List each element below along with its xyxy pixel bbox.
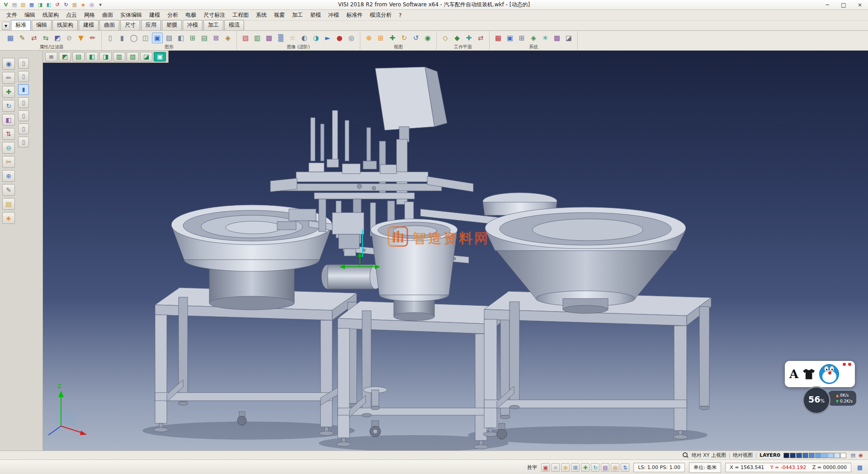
- open-file-icon[interactable]: ▧: [19, 1, 27, 9]
- tshirt-icon[interactable]: [803, 369, 815, 379]
- wcs-toggle-icon[interactable]: ✚: [581, 463, 590, 472]
- match-attributes-icon[interactable]: ⇆: [40, 33, 51, 43]
- menu-item[interactable]: 标准件: [343, 10, 366, 20]
- tab[interactable]: 尺寸: [120, 20, 140, 30]
- snap-mode-label[interactable]: 拴宇: [527, 464, 537, 471]
- copy-attributes-icon[interactable]: ⇄: [28, 33, 39, 43]
- mask-points-icon[interactable]: ▯: [18, 137, 29, 147]
- color-swatch[interactable]: [815, 453, 821, 458]
- filter-add-icon[interactable]: ◩: [52, 33, 63, 43]
- tab[interactable]: 应用: [141, 20, 161, 30]
- menu-item[interactable]: 冲模: [325, 10, 343, 20]
- mask-wires-icon[interactable]: ▯: [18, 97, 29, 108]
- color-swatch[interactable]: [809, 453, 815, 458]
- view-front-icon[interactable]: ◧: [86, 52, 98, 62]
- attribute-table-icon[interactable]: ▦: [5, 33, 16, 43]
- progress-badge[interactable]: 56%: [802, 386, 830, 414]
- color-swatch[interactable]: [834, 453, 840, 458]
- layers-tool-icon[interactable]: ▤: [2, 198, 15, 210]
- color-wheel-icon[interactable]: ◉: [857, 452, 864, 459]
- layer-manager-icon[interactable]: ▤: [601, 463, 609, 472]
- color-swatch[interactable]: [802, 453, 808, 458]
- tab[interactable]: 加工: [203, 20, 223, 30]
- wireframe-icon[interactable]: ◯: [128, 33, 139, 43]
- lighting-icon[interactable]: ☆: [287, 33, 298, 43]
- shaded-edges-icon[interactable]: ▣: [152, 33, 163, 43]
- settings-icon[interactable]: ◈: [80, 1, 87, 9]
- color-swatch[interactable]: [821, 453, 827, 458]
- color-swatch[interactable]: [783, 453, 789, 458]
- tab[interactable]: 塑膜: [162, 20, 182, 30]
- tab[interactable]: 冲模: [183, 20, 203, 30]
- mask-active-icon[interactable]: ▮: [18, 84, 29, 95]
- menu-item[interactable]: 系统: [252, 10, 270, 20]
- render-settings-icon[interactable]: ◈: [222, 33, 233, 43]
- hidden-line-icon[interactable]: ◫: [140, 33, 151, 43]
- menu-item[interactable]: 模流分析: [366, 10, 395, 20]
- move-tool-icon[interactable]: ✚: [2, 86, 15, 98]
- undo-icon[interactable]: ↺: [54, 1, 61, 9]
- view-top-icon[interactable]: ▤: [72, 52, 85, 62]
- ortho-toggle-icon[interactable]: ⊞: [571, 463, 580, 472]
- workplane-3pt-icon[interactable]: ✚: [463, 33, 474, 43]
- print-icon[interactable]: ▥: [71, 1, 78, 9]
- zoom-window-icon[interactable]: ⊞: [375, 33, 386, 43]
- color-swatch[interactable]: [828, 453, 834, 458]
- image-capture-icon[interactable]: ▧: [240, 33, 251, 43]
- viewport-3d[interactable]: 智造资料网 Z: [43, 51, 868, 450]
- visi-logo-icon[interactable]: V: [2, 1, 9, 9]
- menu-item[interactable]: 编辑: [21, 10, 39, 20]
- menu-item[interactable]: 加工: [288, 10, 307, 20]
- pan-view-icon[interactable]: ✚: [387, 33, 398, 43]
- new-file-icon[interactable]: ▤: [11, 1, 18, 9]
- display-settings-icon[interactable]: ▣: [505, 33, 515, 43]
- shadow-icon[interactable]: ◐: [299, 33, 310, 43]
- mirror-tool-icon[interactable]: ◧: [2, 114, 15, 126]
- snow-icon[interactable]: ✳: [540, 33, 551, 43]
- menu-item[interactable]: 实体编辑: [117, 10, 146, 20]
- dynamic-view-icon[interactable]: ◉: [422, 33, 433, 43]
- tab[interactable]: 建模: [79, 20, 99, 30]
- filter-funnel-icon[interactable]: ▼: [75, 33, 86, 43]
- tab-dropdown-button[interactable]: ▾: [2, 22, 10, 30]
- filter-clear-icon[interactable]: ⊘: [64, 33, 75, 43]
- palette-tool-icon[interactable]: ◈: [2, 212, 15, 224]
- menu-item[interactable]: 电极: [182, 10, 200, 20]
- section-view-icon[interactable]: ◧: [175, 33, 186, 43]
- layer-list-icon[interactable]: ▤: [849, 452, 857, 459]
- workplane-align-icon[interactable]: ◆: [452, 33, 462, 43]
- redo-icon[interactable]: ↻: [62, 1, 70, 9]
- tab[interactable]: 编辑: [32, 20, 52, 30]
- snapshot-icon[interactable]: ◎: [346, 33, 357, 43]
- menu-item[interactable]: 建模: [146, 10, 164, 20]
- view-left-icon[interactable]: ▥: [113, 52, 125, 62]
- workplane-xy-icon[interactable]: ◇: [440, 33, 451, 43]
- menu-item[interactable]: 网格: [80, 10, 99, 20]
- rotate-view-icon[interactable]: ↻: [399, 33, 410, 43]
- menu-item[interactable]: 分析: [164, 10, 182, 20]
- view-bottom-icon[interactable]: ◪: [140, 52, 152, 62]
- menu-item[interactable]: 文件: [3, 10, 21, 20]
- reflection-icon[interactable]: ◑: [311, 33, 321, 43]
- search-icon[interactable]: [683, 452, 689, 458]
- color-settings-icon[interactable]: ▦: [493, 33, 504, 43]
- menu-item[interactable]: 工程图: [229, 10, 252, 20]
- calculator-icon[interactable]: ⊞: [516, 33, 527, 43]
- active-layer-label[interactable]: LAYER0: [760, 452, 780, 458]
- doraemon-icon[interactable]: [819, 364, 839, 384]
- shading-flat-icon[interactable]: ▯: [105, 33, 116, 43]
- rotate-tool-icon[interactable]: ↻: [2, 100, 15, 112]
- menu-item[interactable]: 视窗: [270, 10, 288, 20]
- measure-tool-icon[interactable]: ⊕: [2, 170, 15, 182]
- tab[interactable]: 模流: [224, 20, 244, 30]
- mask-surfaces-icon[interactable]: ▯: [18, 110, 29, 121]
- menu-item[interactable]: 尺寸标注: [200, 10, 229, 20]
- refresh-view-icon[interactable]: ↻: [591, 463, 599, 472]
- save-file-icon[interactable]: ▦: [28, 1, 35, 9]
- previous-view-icon[interactable]: ↺: [410, 33, 421, 43]
- more-commands-icon[interactable]: ▾: [97, 1, 104, 9]
- minimize-button[interactable]: ─: [819, 0, 835, 9]
- menu-item[interactable]: ?: [395, 11, 405, 20]
- view-right-icon[interactable]: ◨: [99, 52, 112, 62]
- mask-solids-icon[interactable]: ▯: [18, 71, 29, 82]
